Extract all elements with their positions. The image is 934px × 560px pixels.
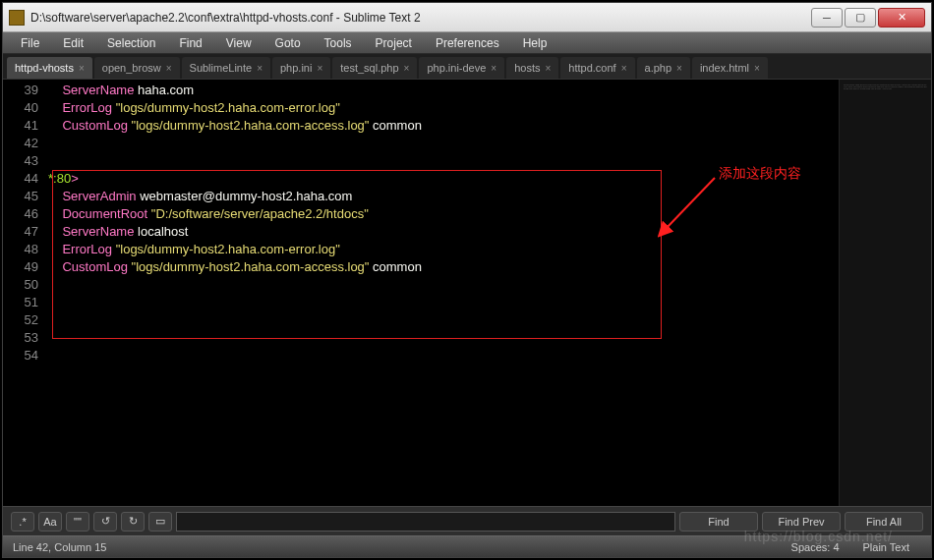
window-title: D:\software\server\apache2.2\conf\extra\… bbox=[30, 11, 811, 25]
code-line: CustomLog "logs/dummy-host2.haha.com-acc… bbox=[48, 117, 839, 135]
menu-edit[interactable]: Edit bbox=[51, 36, 95, 50]
close-button[interactable]: ✕ bbox=[878, 8, 925, 28]
tab-test-sql-php[interactable]: test_sql.php× bbox=[332, 57, 417, 79]
cursor-position: Line 42, Column 15 bbox=[13, 541, 780, 553]
menu-selection[interactable]: Selection bbox=[95, 36, 167, 50]
menu-preferences[interactable]: Preferences bbox=[424, 36, 511, 50]
titlebar: D:\software\server\apache2.2\conf\extra\… bbox=[3, 3, 931, 32]
tab-label: test_sql.php bbox=[340, 62, 398, 74]
minimize-button[interactable]: ─ bbox=[811, 8, 843, 28]
wrap-toggle[interactable]: ↻ bbox=[121, 512, 145, 532]
close-icon[interactable]: × bbox=[621, 63, 627, 74]
tabbar: httpd-vhosts×open_brosw×SublimeLinte×php… bbox=[3, 54, 931, 80]
close-icon[interactable]: × bbox=[166, 63, 172, 74]
close-icon[interactable]: × bbox=[676, 63, 682, 74]
menu-tools[interactable]: Tools bbox=[313, 36, 364, 50]
in-selection-toggle[interactable]: ▭ bbox=[148, 512, 172, 532]
tab-label: hosts bbox=[514, 62, 540, 74]
tab-php-ini[interactable]: php.ini× bbox=[272, 57, 330, 79]
tab-label: httpd-vhosts bbox=[15, 62, 74, 74]
close-icon[interactable]: × bbox=[546, 63, 552, 74]
tab-index-html[interactable]: index.html× bbox=[692, 57, 768, 79]
tab-label: index.html bbox=[700, 62, 749, 74]
tab-hosts[interactable]: hosts× bbox=[506, 57, 558, 79]
code-line bbox=[48, 347, 839, 364]
code-line: CustomLog "logs/dummy-host2.haha.com-acc… bbox=[48, 258, 839, 276]
line-number: 53 bbox=[3, 329, 38, 347]
code-content[interactable]: 添加这段内容 ServerName haha.com ErrorLog "log… bbox=[48, 80, 839, 506]
line-number: 41 bbox=[3, 117, 38, 135]
editor-area: 39404142434445464748495051525354 添加这段内容 … bbox=[3, 80, 931, 506]
close-icon[interactable]: × bbox=[491, 63, 496, 74]
regex-toggle[interactable]: .* bbox=[11, 512, 34, 532]
line-number: 50 bbox=[3, 276, 38, 294]
tab-label: php.ini-deve bbox=[427, 62, 486, 74]
code-line bbox=[48, 135, 839, 152]
window-controls: ─ ▢ ✕ bbox=[811, 8, 925, 28]
code-line: ErrorLog "logs/dummy-host2.haha.com-erro… bbox=[48, 241, 839, 258]
line-number: 51 bbox=[3, 294, 38, 311]
code-line bbox=[48, 294, 839, 311]
line-number: 39 bbox=[3, 82, 38, 99]
close-icon[interactable]: × bbox=[317, 63, 322, 74]
tab-a-php[interactable]: a.php× bbox=[637, 57, 690, 79]
line-number-gutter: 39404142434445464748495051525354 bbox=[3, 80, 48, 506]
line-number: 54 bbox=[3, 347, 38, 364]
watermark: https://blog.csdn.net/ bbox=[744, 529, 893, 544]
code-line bbox=[48, 311, 839, 329]
minimap[interactable]: ServerName haha ErrorLog logs dummy Cust… bbox=[839, 80, 931, 506]
close-icon[interactable]: × bbox=[257, 63, 263, 74]
menubar: FileEditSelectionFindViewGotoToolsProjec… bbox=[3, 32, 931, 54]
tab-php-ini-deve[interactable]: php.ini-deve× bbox=[419, 57, 504, 79]
whole-word-toggle[interactable]: "" bbox=[66, 512, 89, 532]
close-icon[interactable]: × bbox=[79, 63, 85, 74]
annotation-text: 添加这段内容 bbox=[719, 164, 801, 182]
line-number: 52 bbox=[3, 311, 38, 329]
line-number: 46 bbox=[3, 205, 38, 223]
tab-label: a.php bbox=[645, 62, 672, 74]
tab-httpd-conf[interactable]: httpd.conf× bbox=[560, 57, 634, 79]
case-toggle[interactable]: Aa bbox=[38, 512, 62, 532]
line-number: 40 bbox=[3, 99, 38, 117]
minimap-content: ServerName haha ErrorLog logs dummy Cust… bbox=[840, 80, 931, 93]
tab-open-brosw[interactable]: open_brosw× bbox=[94, 57, 180, 79]
close-icon[interactable]: × bbox=[404, 63, 410, 74]
menu-view[interactable]: View bbox=[214, 36, 263, 50]
code-line: ErrorLog "logs/dummy-host2.haha.com-erro… bbox=[48, 99, 839, 117]
tab-label: SublimeLinte bbox=[190, 62, 253, 74]
line-number: 45 bbox=[3, 188, 38, 205]
menu-project[interactable]: Project bbox=[364, 36, 424, 50]
tab-httpd-vhosts[interactable]: httpd-vhosts× bbox=[7, 57, 92, 79]
code-line: ServerName localhost bbox=[48, 223, 839, 241]
menu-goto[interactable]: Goto bbox=[263, 36, 313, 50]
code-line: ServerAdmin webmaster@dummy-host2.haha.c… bbox=[48, 188, 839, 205]
close-icon[interactable]: × bbox=[754, 63, 760, 74]
tab-sublimelinte[interactable]: SublimeLinte× bbox=[182, 57, 270, 79]
tab-label: open_brosw bbox=[102, 62, 161, 74]
tab-label: httpd.conf bbox=[568, 62, 615, 74]
app-window: D:\software\server\apache2.2\conf\extra\… bbox=[2, 2, 932, 558]
line-number: 49 bbox=[3, 258, 38, 276]
line-number: 48 bbox=[3, 241, 38, 258]
line-number: 47 bbox=[3, 223, 38, 241]
menu-find[interactable]: Find bbox=[167, 36, 213, 50]
line-number: 43 bbox=[3, 152, 38, 170]
line-number: 42 bbox=[3, 135, 38, 152]
code-line bbox=[48, 329, 839, 347]
app-icon bbox=[9, 10, 25, 26]
maximize-button[interactable]: ▢ bbox=[845, 8, 876, 28]
reverse-toggle[interactable]: ↺ bbox=[93, 512, 117, 532]
menu-file[interactable]: File bbox=[9, 36, 51, 50]
code-line bbox=[48, 276, 839, 294]
code-line: ServerName haha.com bbox=[48, 82, 839, 99]
menu-help[interactable]: Help bbox=[511, 36, 559, 50]
code-line: DocumentRoot "D:/software/server/apache2… bbox=[48, 205, 839, 223]
tab-label: php.ini bbox=[280, 62, 312, 74]
line-number: 44 bbox=[3, 170, 38, 188]
find-input[interactable] bbox=[176, 512, 675, 532]
